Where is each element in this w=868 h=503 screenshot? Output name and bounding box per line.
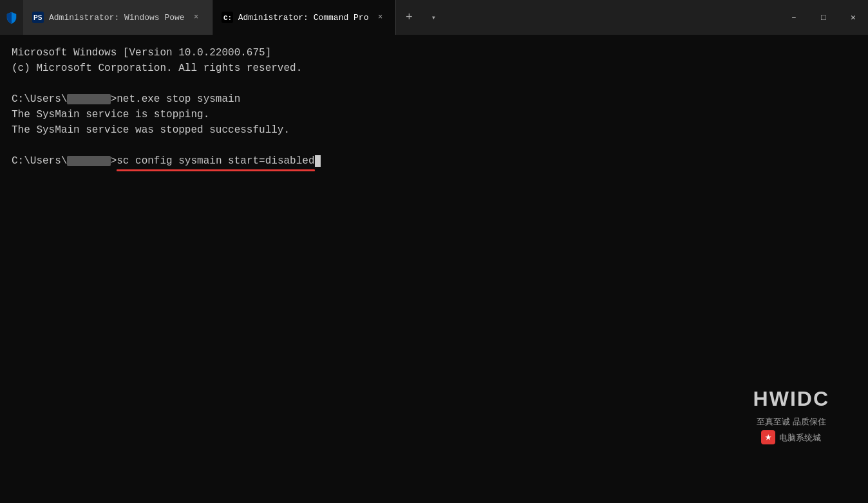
new-tab-button[interactable]: + xyxy=(396,0,422,35)
close-button[interactable]: ✕ xyxy=(838,0,868,35)
terminal-content[interactable]: Microsoft Windows [Version 10.0.22000.67… xyxy=(0,35,868,503)
redacted-username-1 xyxy=(67,94,110,104)
redacted-username-2 xyxy=(67,156,110,166)
prompt-prefix-2: C:\Users\ xyxy=(12,155,67,167)
terminal-line-5: The SysMain service was stopped successf… xyxy=(12,122,856,138)
command-2-prefix: > xyxy=(111,155,117,167)
tab-powershell-label: Administrator: Windows Powe xyxy=(49,13,185,23)
terminal-line-4: The SysMain service is stopping. xyxy=(12,107,856,122)
window-controls: – □ ✕ xyxy=(779,0,868,35)
tab-area: PS Administrator: Windows Powe × C: Admi… xyxy=(23,0,779,35)
svg-text:PS: PS xyxy=(33,14,42,21)
tab-powershell[interactable]: PS Administrator: Windows Powe × xyxy=(23,0,212,35)
watermark-badge: ★ 电脑系统城 xyxy=(761,430,821,444)
terminal-blank-2 xyxy=(12,138,856,153)
terminal-blank-1 xyxy=(12,76,856,91)
tab-cmd-close[interactable]: × xyxy=(373,11,386,24)
terminal-line-6: C:\Users\ >sc config sysmain start=disab… xyxy=(12,153,856,169)
cmd-icon: C: xyxy=(222,12,233,23)
watermark-subtitle: 至真至诚 品质保住 xyxy=(753,415,829,428)
command-2-highlighted: sc config sysmain start=disabled xyxy=(117,153,314,169)
watermark-badge-text: 电脑系统城 xyxy=(779,432,821,444)
minimize-button[interactable]: – xyxy=(779,0,809,35)
terminal-line-3: C:\Users\ >net.exe stop sysmain xyxy=(12,91,856,107)
shield-icon-area xyxy=(0,0,23,35)
titlebar: PS Administrator: Windows Powe × C: Admi… xyxy=(0,0,868,35)
svg-text:C:: C: xyxy=(223,14,232,22)
terminal-cursor xyxy=(315,155,321,167)
watermark-title: HWIDC xyxy=(753,383,829,414)
tab-cmd-label: Administrator: Command Pro xyxy=(238,13,369,23)
tabs-dropdown-button[interactable]: ▾ xyxy=(422,0,445,35)
terminal-line-2: (c) Microsoft Corporation. All rights re… xyxy=(12,61,856,76)
command-1: >net.exe stop sysmain xyxy=(111,93,241,105)
tab-cmd[interactable]: C: Administrator: Command Pro × xyxy=(212,0,397,35)
prompt-prefix-1: C:\Users\ xyxy=(12,93,67,105)
terminal-line-1: Microsoft Windows [Version 10.0.22000.67… xyxy=(12,45,856,61)
powershell-icon: PS xyxy=(32,12,44,23)
watermark: HWIDC 至真至诚 品质保住 ★ 电脑系统城 xyxy=(753,383,829,445)
watermark-badge-icon: ★ xyxy=(761,430,775,444)
maximize-button[interactable]: □ xyxy=(809,0,838,35)
shield-icon xyxy=(5,11,18,24)
tab-powershell-close[interactable]: × xyxy=(190,11,203,24)
